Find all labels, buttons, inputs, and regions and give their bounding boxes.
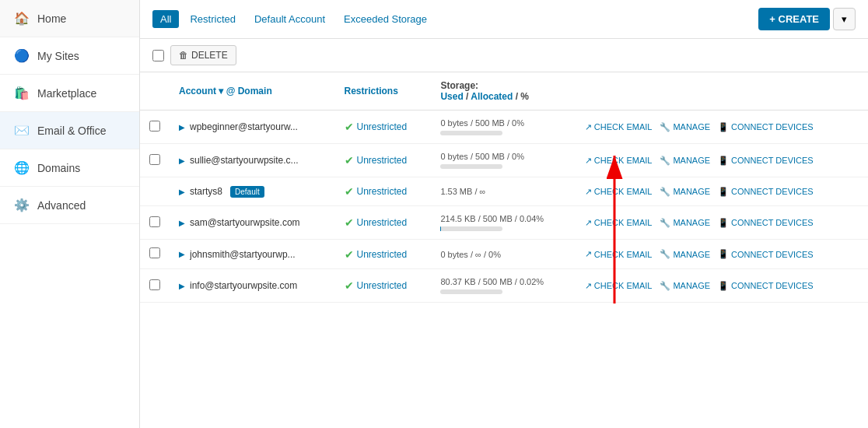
manage-link-1[interactable]: 🔧MANAGE (660, 122, 710, 132)
connect-devices-link-4[interactable]: 📱CONNECT DEVICES (718, 218, 814, 228)
check-email-link-5[interactable]: ↗CHECK EMAIL (585, 249, 653, 259)
delete-button[interactable]: 🗑 DELETE (170, 45, 236, 65)
restriction-link-1[interactable]: Unrestricted (357, 121, 408, 132)
manage-link-4[interactable]: 🔧MANAGE (660, 218, 710, 228)
sidebar-label-my-sites: My Sites (37, 50, 79, 62)
main-content: AllRestrictedDefault AccountExceeded Sto… (140, 0, 868, 428)
connect-devices-link-1[interactable]: 📱CONNECT DEVICES (718, 122, 814, 132)
external-link-icon-6: ↗ (585, 281, 592, 291)
tab-restricted[interactable]: Restricted (182, 10, 243, 28)
topbar: AllRestrictedDefault AccountExceeded Sto… (140, 0, 868, 39)
header-checkbox-col (140, 72, 170, 111)
external-link-icon-3: ↗ (585, 187, 592, 197)
wrench-icon-3: 🔧 (660, 187, 670, 197)
storage-cell-4: 214.5 KB / 500 MB / 0.04% (431, 206, 575, 240)
check-icon-5: ✔ (345, 248, 354, 261)
progress-bar-wrap-6 (440, 289, 502, 294)
row-checkbox-4[interactable] (149, 216, 160, 227)
check-email-link-6[interactable]: ↗CHECK EMAIL (585, 281, 653, 291)
create-button[interactable]: + CREATE (758, 8, 830, 30)
restriction-link-5[interactable]: Unrestricted (357, 249, 408, 260)
storage-text-2: 0 bytes / 500 MB / 0% (440, 152, 565, 161)
home-icon: 🏠 (14, 11, 30, 26)
storage-text-4: 214.5 KB / 500 MB / 0.04% (440, 214, 565, 223)
row-checkbox-5[interactable] (149, 247, 160, 258)
account-cell-1: ▶ wpbeginner@startyourw... (170, 111, 335, 144)
connect-devices-link-5[interactable]: 📱CONNECT DEVICES (718, 249, 814, 259)
check-icon-1: ✔ (345, 121, 354, 133)
manage-link-2[interactable]: 🔧MANAGE (660, 156, 710, 166)
restriction-cell-5: ✔ Unrestricted (335, 240, 432, 269)
select-all-checkbox[interactable] (152, 50, 164, 61)
tab-default-account[interactable]: Default Account (247, 10, 333, 28)
restriction-link-2[interactable]: Unrestricted (357, 155, 408, 166)
actions-cell-2: ↗CHECK EMAIL 🔧MANAGE 📱CONNECT DEVICES (576, 144, 868, 177)
row-checkbox-2[interactable] (149, 154, 160, 165)
row-checkbox-1[interactable] (149, 121, 160, 132)
external-link-icon-5: ↗ (585, 249, 592, 259)
check-icon-4: ✔ (345, 216, 354, 229)
chevron-icon-3[interactable]: ▶ (179, 188, 185, 196)
device-icon-5: 📱 (718, 249, 729, 259)
account-name-5: johnsmith@startyourwp... (190, 249, 296, 260)
header-account: Account ▾ @ Domain (170, 72, 335, 111)
restriction-link-3[interactable]: Unrestricted (357, 186, 408, 197)
sidebar-label-domains: Domains (37, 162, 80, 174)
gear-button[interactable]: ▾ (833, 8, 856, 30)
restriction-cell-2: ✔ Unrestricted (335, 144, 432, 177)
check-email-link-2[interactable]: ↗CHECK EMAIL (585, 156, 653, 166)
manage-link-5[interactable]: 🔧MANAGE (660, 249, 710, 259)
check-email-link-1[interactable]: ↗CHECK EMAIL (585, 122, 653, 132)
account-cell-2: ▶ sullie@startyourwpsite.c... (170, 144, 335, 177)
device-icon-6: 📱 (718, 281, 729, 291)
tab-exceeded-storage[interactable]: Exceeded Storage (336, 10, 435, 28)
table-row: ▶ startys8Default ✔ Unrestricted 1.53 MB… (140, 177, 868, 206)
check-email-link-4[interactable]: ↗CHECK EMAIL (585, 218, 653, 228)
table-row: ▶ johnsmith@startyourwp... ✔ Unrestricte… (140, 240, 868, 269)
device-icon-3: 📱 (718, 187, 729, 197)
sidebar-item-email-office[interactable]: ✉️Email & Office (0, 112, 139, 149)
table-header-row: Account ▾ @ Domain Restrictions Storage:… (140, 72, 868, 111)
sidebar-item-my-sites[interactable]: 🔵My Sites (0, 37, 139, 75)
wrench-icon-2: 🔧 (660, 156, 670, 166)
table-row: ▶ wpbeginner@startyourw... ✔ Unrestricte… (140, 111, 868, 144)
storage-cell-3: 1.53 MB / ∞ (431, 177, 575, 206)
advanced-icon: ⚙️ (14, 198, 30, 212)
chevron-icon-4[interactable]: ▶ (179, 219, 185, 227)
check-icon-3: ✔ (345, 185, 354, 198)
chevron-icon-5[interactable]: ▶ (179, 250, 185, 258)
chevron-icon-6[interactable]: ▶ (179, 282, 185, 290)
device-icon-1: 📱 (718, 122, 729, 132)
check-icon-6: ✔ (345, 279, 354, 292)
row-checkbox-6[interactable] (149, 279, 160, 290)
storage-text-5: 0 bytes / ∞ / 0% (440, 250, 565, 259)
wrench-icon-5: 🔧 (660, 249, 670, 259)
sidebar-item-domains[interactable]: 🌐Domains (0, 149, 139, 187)
wrench-icon-4: 🔧 (660, 218, 670, 228)
manage-link-6[interactable]: 🔧MANAGE (660, 281, 710, 291)
account-name-1: wpbeginner@startyourw... (190, 121, 298, 132)
actions-cell-1: ↗CHECK EMAIL 🔧MANAGE 📱CONNECT DEVICES (576, 111, 868, 144)
connect-devices-link-2[interactable]: 📱CONNECT DEVICES (718, 156, 814, 166)
connect-devices-link-6[interactable]: 📱CONNECT DEVICES (718, 281, 814, 291)
sidebar-item-home[interactable]: 🏠Home (0, 0, 139, 37)
tab-all[interactable]: All (152, 10, 179, 28)
manage-link-3[interactable]: 🔧MANAGE (660, 187, 710, 197)
restriction-link-4[interactable]: Unrestricted (357, 217, 408, 228)
table-row: ▶ info@startyourwpsite.com ✔ Unrestricte… (140, 269, 868, 303)
header-storage: Storage:Used / Allocated / % (431, 72, 575, 111)
restriction-link-6[interactable]: Unrestricted (357, 280, 408, 291)
check-email-link-3[interactable]: ↗CHECK EMAIL (585, 187, 653, 197)
sidebar-item-advanced[interactable]: ⚙️Advanced (0, 187, 139, 224)
external-link-icon-4: ↗ (585, 218, 592, 228)
account-cell-6: ▶ info@startyourwpsite.com (170, 269, 335, 303)
actions-cell-6: ↗CHECK EMAIL 🔧MANAGE 📱CONNECT DEVICES (576, 269, 868, 303)
chevron-icon-2[interactable]: ▶ (179, 156, 185, 165)
email-table-container: Account ▾ @ Domain Restrictions Storage:… (140, 72, 868, 428)
sidebar-item-marketplace[interactable]: 🛍️Marketplace (0, 75, 139, 112)
progress-bar-wrap-4 (440, 226, 502, 231)
connect-devices-link-3[interactable]: 📱CONNECT DEVICES (718, 187, 814, 197)
chevron-icon-1[interactable]: ▶ (179, 123, 185, 132)
sidebar-label-home: Home (37, 12, 66, 25)
restriction-cell-6: ✔ Unrestricted (335, 269, 432, 303)
